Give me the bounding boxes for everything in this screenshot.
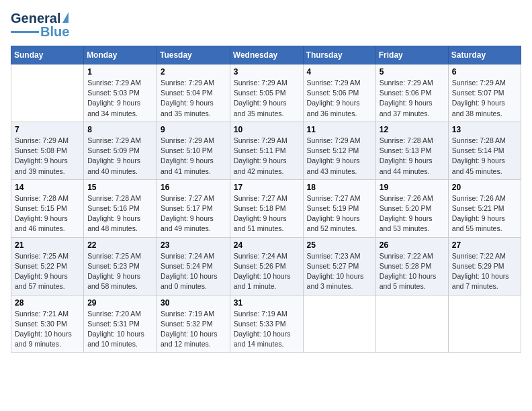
- day-info: Sunrise: 7:29 AMSunset: 5:04 PMDaylight:…: [161, 78, 226, 119]
- day-info: Sunrise: 7:24 AMSunset: 5:24 PMDaylight:…: [161, 251, 226, 292]
- day-cell: 16Sunrise: 7:27 AMSunset: 5:17 PMDayligh…: [157, 179, 230, 237]
- day-cell: 8Sunrise: 7:29 AMSunset: 5:09 PMDaylight…: [84, 122, 157, 179]
- day-number: 5: [380, 67, 445, 77]
- day-number: 18: [307, 183, 372, 192]
- day-number: 27: [452, 240, 517, 250]
- day-number: 20: [452, 183, 517, 192]
- day-number: 25: [307, 240, 372, 250]
- day-cell: [375, 295, 448, 353]
- logo-text-general: General: [11, 11, 60, 26]
- day-number: 13: [452, 125, 517, 134]
- day-info: Sunrise: 7:29 AMSunset: 5:12 PMDaylight:…: [307, 136, 372, 177]
- calendar-header-row: SundayMondayTuesdayWednesdayThursdayFrid…: [11, 46, 521, 64]
- day-cell: 13Sunrise: 7:28 AMSunset: 5:14 PMDayligh…: [448, 122, 521, 179]
- day-cell: 25Sunrise: 7:23 AMSunset: 5:27 PMDayligh…: [303, 237, 375, 295]
- day-number: 22: [87, 240, 153, 250]
- day-number: 29: [87, 298, 153, 308]
- day-number: 31: [234, 298, 300, 308]
- day-cell: 19Sunrise: 7:26 AMSunset: 5:20 PMDayligh…: [375, 179, 448, 237]
- day-info: Sunrise: 7:29 AMSunset: 5:06 PMDaylight:…: [380, 78, 445, 119]
- day-cell: 24Sunrise: 7:24 AMSunset: 5:26 PMDayligh…: [230, 237, 303, 295]
- day-info: Sunrise: 7:19 AMSunset: 5:33 PMDaylight:…: [234, 309, 300, 350]
- day-info: Sunrise: 7:23 AMSunset: 5:27 PMDaylight:…: [307, 251, 372, 292]
- day-cell: 29Sunrise: 7:20 AMSunset: 5:31 PMDayligh…: [84, 295, 157, 353]
- day-cell: 12Sunrise: 7:28 AMSunset: 5:13 PMDayligh…: [375, 122, 448, 179]
- day-cell: 20Sunrise: 7:26 AMSunset: 5:21 PMDayligh…: [448, 179, 521, 237]
- day-number: 4: [307, 67, 372, 77]
- header-monday: Monday: [84, 46, 157, 64]
- day-cell: 26Sunrise: 7:22 AMSunset: 5:28 PMDayligh…: [375, 237, 448, 295]
- day-number: 9: [161, 125, 226, 134]
- day-cell: 23Sunrise: 7:24 AMSunset: 5:24 PMDayligh…: [157, 237, 230, 295]
- day-number: 16: [161, 183, 226, 192]
- day-cell: 5Sunrise: 7:29 AMSunset: 5:06 PMDaylight…: [375, 64, 448, 122]
- day-cell: 1Sunrise: 7:29 AMSunset: 5:03 PMDaylight…: [84, 64, 157, 122]
- day-number: 21: [15, 240, 80, 250]
- day-info: Sunrise: 7:29 AMSunset: 5:07 PMDaylight:…: [452, 78, 517, 119]
- header-saturday: Saturday: [448, 46, 521, 64]
- day-number: 23: [161, 240, 226, 250]
- day-cell: 10Sunrise: 7:29 AMSunset: 5:11 PMDayligh…: [230, 122, 303, 179]
- day-number: 17: [234, 183, 300, 192]
- week-row-1: 1Sunrise: 7:29 AMSunset: 5:03 PMDaylight…: [11, 64, 521, 122]
- day-cell: 3Sunrise: 7:29 AMSunset: 5:05 PMDaylight…: [230, 64, 303, 122]
- logo-text-blue: Blue: [40, 24, 69, 39]
- day-cell: [11, 64, 84, 122]
- day-info: Sunrise: 7:25 AMSunset: 5:23 PMDaylight:…: [87, 251, 153, 292]
- day-cell: 7Sunrise: 7:29 AMSunset: 5:08 PMDaylight…: [11, 122, 84, 179]
- day-info: Sunrise: 7:28 AMSunset: 5:16 PMDaylight:…: [87, 193, 153, 234]
- day-info: Sunrise: 7:24 AMSunset: 5:26 PMDaylight:…: [234, 251, 300, 292]
- day-cell: 11Sunrise: 7:29 AMSunset: 5:12 PMDayligh…: [303, 122, 375, 179]
- week-row-5: 28Sunrise: 7:21 AMSunset: 5:30 PMDayligh…: [11, 295, 521, 353]
- day-number: 11: [307, 125, 372, 134]
- day-number: 14: [15, 183, 80, 192]
- day-info: Sunrise: 7:27 AMSunset: 5:18 PMDaylight:…: [234, 193, 300, 234]
- day-cell: 2Sunrise: 7:29 AMSunset: 5:04 PMDaylight…: [157, 64, 230, 122]
- day-cell: 14Sunrise: 7:28 AMSunset: 5:15 PMDayligh…: [11, 179, 84, 237]
- day-info: Sunrise: 7:19 AMSunset: 5:32 PMDaylight:…: [161, 309, 226, 350]
- day-number: 8: [87, 125, 153, 134]
- day-number: 24: [234, 240, 300, 250]
- day-number: 30: [161, 298, 226, 308]
- day-number: 10: [234, 125, 300, 134]
- day-number: 2: [161, 67, 226, 77]
- day-info: Sunrise: 7:20 AMSunset: 5:31 PMDaylight:…: [87, 309, 153, 350]
- page-header: General Blue: [11, 11, 521, 39]
- day-cell: 9Sunrise: 7:29 AMSunset: 5:10 PMDaylight…: [157, 122, 230, 179]
- day-info: Sunrise: 7:29 AMSunset: 5:10 PMDaylight:…: [161, 136, 226, 177]
- day-info: Sunrise: 7:29 AMSunset: 5:09 PMDaylight:…: [87, 136, 153, 177]
- day-info: Sunrise: 7:27 AMSunset: 5:17 PMDaylight:…: [161, 193, 226, 234]
- day-info: Sunrise: 7:29 AMSunset: 5:06 PMDaylight:…: [307, 78, 372, 119]
- day-info: Sunrise: 7:25 AMSunset: 5:22 PMDaylight:…: [15, 251, 80, 292]
- day-info: Sunrise: 7:21 AMSunset: 5:30 PMDaylight:…: [15, 309, 80, 350]
- day-cell: [303, 295, 375, 353]
- header-wednesday: Wednesday: [230, 46, 303, 64]
- header-sunday: Sunday: [11, 46, 84, 64]
- day-info: Sunrise: 7:28 AMSunset: 5:15 PMDaylight:…: [15, 193, 80, 234]
- day-number: 7: [15, 125, 80, 134]
- day-info: Sunrise: 7:28 AMSunset: 5:14 PMDaylight:…: [452, 136, 517, 177]
- day-cell: 18Sunrise: 7:27 AMSunset: 5:19 PMDayligh…: [303, 179, 375, 237]
- day-cell: [448, 295, 521, 353]
- day-info: Sunrise: 7:29 AMSunset: 5:03 PMDaylight:…: [87, 78, 153, 119]
- day-info: Sunrise: 7:29 AMSunset: 5:08 PMDaylight:…: [15, 136, 80, 177]
- day-info: Sunrise: 7:22 AMSunset: 5:28 PMDaylight:…: [380, 251, 445, 292]
- day-info: Sunrise: 7:29 AMSunset: 5:11 PMDaylight:…: [234, 136, 300, 177]
- day-number: 19: [380, 183, 445, 192]
- day-cell: 22Sunrise: 7:25 AMSunset: 5:23 PMDayligh…: [84, 237, 157, 295]
- day-info: Sunrise: 7:26 AMSunset: 5:20 PMDaylight:…: [380, 193, 445, 234]
- day-number: 26: [380, 240, 445, 250]
- day-cell: 30Sunrise: 7:19 AMSunset: 5:32 PMDayligh…: [157, 295, 230, 353]
- day-cell: 31Sunrise: 7:19 AMSunset: 5:33 PMDayligh…: [230, 295, 303, 353]
- day-number: 28: [15, 298, 80, 308]
- day-info: Sunrise: 7:22 AMSunset: 5:29 PMDaylight:…: [452, 251, 517, 292]
- calendar-table: SundayMondayTuesdayWednesdayThursdayFrid…: [11, 46, 521, 353]
- day-info: Sunrise: 7:27 AMSunset: 5:19 PMDaylight:…: [307, 193, 372, 234]
- header-tuesday: Tuesday: [157, 46, 230, 64]
- day-cell: 27Sunrise: 7:22 AMSunset: 5:29 PMDayligh…: [448, 237, 521, 295]
- header-thursday: Thursday: [303, 46, 375, 64]
- day-cell: 4Sunrise: 7:29 AMSunset: 5:06 PMDaylight…: [303, 64, 375, 122]
- week-row-3: 14Sunrise: 7:28 AMSunset: 5:15 PMDayligh…: [11, 179, 521, 237]
- week-row-4: 21Sunrise: 7:25 AMSunset: 5:22 PMDayligh…: [11, 237, 521, 295]
- day-cell: 15Sunrise: 7:28 AMSunset: 5:16 PMDayligh…: [84, 179, 157, 237]
